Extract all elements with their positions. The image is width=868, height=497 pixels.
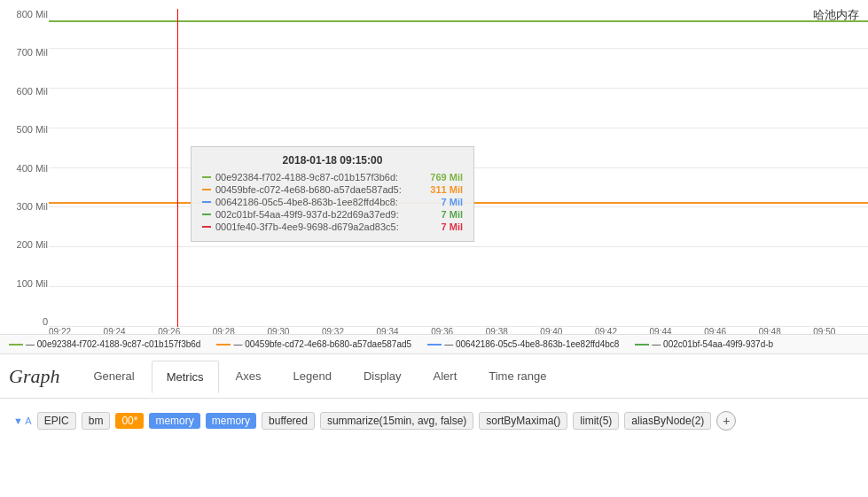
legend-dash-1 — [216, 344, 231, 346]
badge-memory-2[interactable]: memory — [206, 413, 256, 429]
tooltip-value-4: 7 Mil — [414, 221, 463, 232]
badge-wildcard[interactable]: 00* — [115, 413, 144, 429]
y-axis: 0 100 Mil 200 Mil 300 Mil 400 Mil 500 Mi… — [0, 9, 49, 327]
tab-display[interactable]: Display — [348, 360, 417, 392]
crosshair-line — [177, 9, 178, 327]
grid-line-100 — [49, 286, 868, 287]
series-line-green — [49, 20, 868, 22]
badge-bm[interactable]: bm — [82, 412, 111, 430]
y-label-500: 500 Mil — [4, 124, 48, 135]
graph-label: Graph — [9, 365, 59, 388]
tooltip-row-2: 00642186-05c5-4be8-863b-1ee82ffd4bc8: 7 … — [202, 197, 463, 207]
tooltip-label-0: 00e92384-f702-4188-9c87-c01b157f3b6d: — [215, 172, 410, 182]
y-label-700: 700 Mil — [4, 47, 48, 58]
badge-sortbymaxima[interactable]: sortByMaxima() — [479, 412, 567, 430]
tooltip-dot-4 — [202, 226, 211, 228]
tooltip-value-2: 7 Mil — [414, 197, 463, 207]
tooltip-title: 2018-01-18 09:15:00 — [202, 154, 463, 167]
y-label-600: 600 Mil — [4, 86, 48, 97]
grid-line-500 — [49, 128, 868, 128]
legend-dash-3 — [635, 344, 649, 346]
tab-alert[interactable]: Alert — [418, 360, 473, 392]
y-label-300: 300 Mil — [4, 201, 48, 212]
y-label-100: 100 Mil — [4, 278, 48, 289]
tab-legend[interactable]: Legend — [278, 360, 347, 392]
badge-summarize[interactable]: summarize(15min, avg, false) — [320, 412, 473, 430]
legend-label-3: — 002c01bf-54aa-49f9-937d-b — [652, 339, 773, 349]
tooltip-dot-1 — [202, 189, 211, 190]
bottom-section: Graph General Metrics Axes Legend Displa… — [0, 354, 868, 443]
chart-area: 哈池内存 0 100 Mil 200 Mil 300 Mil 400 Mil 5… — [0, 0, 868, 354]
tooltip: 2018-01-18 09:15:00 00e92384-f702-4188-9… — [191, 146, 474, 242]
tooltip-dot-2 — [202, 201, 211, 203]
tooltip-value-0: 769 Mil — [414, 172, 463, 182]
legend-label-1: — 00459bfe-cd72-4e68-b680-a57dae587ad5 — [233, 339, 411, 349]
tab-general[interactable]: General — [78, 360, 149, 392]
tooltip-row-1: 00459bfe-c072-4e68-b680-a57dae587ad5: 31… — [202, 184, 463, 195]
tab-metrics[interactable]: Metrics — [152, 361, 219, 393]
tooltip-value-3: 7 Mil — [414, 209, 463, 220]
arrow-button[interactable]: ▼ A — [13, 415, 32, 426]
badge-aliasbynode[interactable]: aliasByNode(2) — [624, 412, 711, 430]
legend-item-2: — 00642186-05c5-4be8-863b-1ee82ffd4bc8 — [427, 339, 619, 349]
legend-label-2: — 00642186-05c5-4be8-863b-1ee82ffd4bc8 — [444, 339, 619, 349]
tab-timerange[interactable]: Time range — [473, 360, 561, 392]
grid-line-700 — [49, 48, 868, 49]
tooltip-label-3: 002c01bf-54aa-49f9-937d-b22d69a37ed9: — [215, 209, 410, 220]
grid-line-200 — [49, 246, 868, 247]
metrics-row: ▼ A EPIC bm 00* memory memory buffered s… — [0, 399, 868, 443]
badge-memory-1[interactable]: memory — [149, 413, 199, 429]
y-label-200: 200 Mil — [4, 239, 48, 250]
legend-item-3: — 002c01bf-54aa-49f9-937d-b — [635, 339, 773, 349]
legend-item-0: — 00e92384-f702-4188-9c87-c01b157f3b6d — [9, 339, 200, 349]
y-label-400: 400 Mil — [4, 163, 48, 174]
tab-axes[interactable]: Axes — [221, 360, 277, 392]
legend-dash-0 — [9, 344, 23, 346]
badge-buffered[interactable]: buffered — [262, 412, 315, 430]
tooltip-label-1: 00459bfe-c072-4e68-b680-a57dae587ad5: — [215, 184, 410, 195]
tabs-row: Graph General Metrics Axes Legend Displa… — [0, 354, 868, 399]
y-label-800: 800 Mil — [4, 9, 48, 19]
chart-inner: 2018-01-18 09:15:00 00e92384-f702-4188-9… — [49, 9, 868, 327]
legend-item-1: — 00459bfe-cd72-4e68-b680-a57dae587ad5 — [216, 339, 411, 349]
tooltip-row-0: 00e92384-f702-4188-9c87-c01b157f3b6d: 76… — [202, 172, 463, 182]
tooltip-row-3: 002c01bf-54aa-49f9-937d-b22d69a37ed9: 7 … — [202, 209, 463, 220]
tooltip-row-4: 0001fe40-3f7b-4ee9-9698-d679a2ad83c5: 7 … — [202, 221, 463, 232]
legend-dash-2 — [427, 344, 442, 346]
add-button[interactable]: + — [716, 411, 736, 431]
badge-limit[interactable]: limit(5) — [573, 412, 619, 430]
legend-label-0: — 00e92384-f702-4188-9c87-c01b157f3b6d — [26, 339, 200, 349]
legend-strip: — 00e92384-f702-4188-9c87-c01b157f3b6d —… — [0, 334, 868, 353]
tooltip-label-4: 0001fe40-3f7b-4ee9-9698-d679a2ad83c5: — [215, 221, 410, 232]
y-label-0: 0 — [4, 316, 48, 327]
tooltip-label-2: 00642186-05c5-4be8-863b-1ee82ffd4bc8: — [215, 197, 410, 207]
tooltip-dot-3 — [202, 214, 211, 215]
tooltip-value-1: 311 Mil — [414, 184, 463, 195]
tooltip-dot-0 — [202, 176, 211, 178]
badge-epic[interactable]: EPIC — [37, 412, 76, 430]
grid-line-600 — [49, 88, 868, 89]
